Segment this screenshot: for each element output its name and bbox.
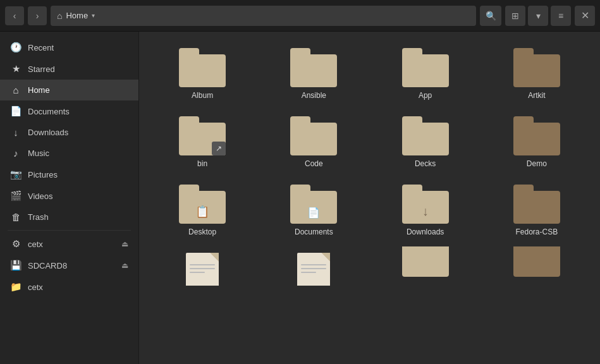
folder-icon-ansible	[290, 48, 337, 87]
file-item-folder3[interactable]	[372, 246, 479, 286]
sidebar-item-starred[interactable]: ★ Starred	[0, 58, 138, 80]
file-item-artkit[interactable]: Artkit	[484, 42, 590, 105]
music-icon: ♪	[10, 148, 21, 159]
forward-button[interactable]: ›	[28, 6, 47, 25]
eject-cetx-icon[interactable]: ⏏	[121, 240, 128, 248]
sidebar-label-sdcard: SDCARD8	[28, 261, 67, 270]
file-label-bin: bin	[197, 159, 207, 168]
folder-icon-app	[402, 48, 449, 87]
file-item-album[interactable]: Album	[149, 42, 255, 105]
trash-icon: 🗑	[10, 212, 21, 222]
location-label: Home	[66, 11, 88, 20]
location-dropdown-icon[interactable]: ▾	[92, 12, 95, 19]
file-label-fedora-csb: Fedora-CSB	[516, 228, 558, 236]
symlink-overlay: ↗	[212, 142, 226, 155]
sidebar-divider-1	[8, 230, 131, 231]
close-button[interactable]: ✕	[575, 6, 595, 26]
recent-icon: 🕐	[10, 42, 21, 53]
sort-button[interactable]: ▾	[528, 6, 548, 26]
file-label-documents-folder: Documents	[295, 228, 333, 236]
file-label-album: Album	[192, 91, 213, 100]
file-item-code[interactable]: Code	[260, 110, 367, 173]
sidebar-item-videos[interactable]: 🎬 Videos	[0, 185, 138, 207]
titlebar: ‹ › ⌂ Home ▾ 🔍 ⊞ ▾ ≡ ✕	[0, 0, 600, 32]
main-container: 🕐 Recent ★ Starred ⌂ Home 📄 Documents ↓ …	[0, 32, 600, 364]
file-label-app: App	[419, 91, 432, 100]
sidebar-label-documents: Documents	[28, 107, 70, 116]
folder-icon-bin: ↗	[179, 116, 226, 155]
folder-icon-fedora-csb	[513, 185, 560, 224]
sidebar-item-sdcard[interactable]: 💾 SDCARD8 ⏏	[0, 255, 138, 276]
pictures-icon: 📷	[10, 169, 21, 180]
grid-view-button[interactable]: ⊞	[505, 6, 525, 26]
sidebar-item-music[interactable]: ♪ Music	[0, 143, 138, 164]
file-label-demo: Demo	[527, 159, 547, 168]
sdcard-icon: 💾	[10, 260, 21, 271]
sidebar-item-documents[interactable]: 📄 Documents	[0, 100, 138, 122]
folder-icon-downloads: ↓	[402, 185, 449, 224]
starred-icon: ★	[10, 63, 21, 75]
file-item-documents[interactable]: 📄 Documents	[260, 178, 367, 241]
file-label-ansible: Ansible	[302, 91, 326, 100]
downloads-icon: ↓	[10, 127, 21, 138]
sidebar-item-pictures[interactable]: 📷 Pictures	[0, 164, 138, 185]
file-label-code: Code	[305, 159, 323, 168]
sidebar-label-music: Music	[28, 149, 49, 158]
cetx-drive-icon: 📁	[10, 281, 21, 293]
folder-icon-artkit	[513, 48, 560, 87]
file-item-decks[interactable]: Decks	[372, 110, 479, 173]
sidebar-label-home: Home	[28, 85, 50, 95]
file-grid: Album Ansible App	[149, 42, 590, 286]
doc-icon-2	[290, 253, 337, 286]
file-item-folder4[interactable]	[484, 246, 590, 286]
folder-icon-code	[290, 116, 337, 155]
home-sidebar-icon: ⌂	[10, 85, 21, 95]
desktop-doc-icon: 📋	[195, 205, 209, 219]
list-view-button[interactable]: ≡	[551, 6, 571, 26]
sidebar-item-trash[interactable]: 🗑 Trash	[0, 207, 138, 228]
folder-icon-desktop: 📋	[179, 185, 226, 224]
folder-icon-3	[402, 253, 449, 277]
file-item-demo[interactable]: Demo	[484, 110, 590, 173]
back-button[interactable]: ‹	[5, 6, 24, 25]
file-item-bin[interactable]: ↗ bin	[149, 110, 255, 173]
videos-icon: 🎬	[10, 190, 21, 202]
sidebar-item-home[interactable]: ⌂ Home	[0, 80, 138, 100]
file-label-desktop: Desktop	[188, 228, 216, 236]
sidebar-label-cetx-drive: cetx	[28, 282, 43, 292]
file-item-ansible[interactable]: Ansible	[260, 42, 367, 105]
downloads-arrow-icon: ↓	[422, 204, 429, 219]
file-area: Album Ansible App	[139, 32, 600, 364]
file-item-doc2[interactable]	[260, 246, 367, 286]
file-item-fedora-csb[interactable]: Fedora-CSB	[484, 178, 590, 241]
sidebar-item-downloads[interactable]: ↓ Downloads	[0, 122, 138, 143]
sidebar-item-recent[interactable]: 🕐 Recent	[0, 37, 138, 58]
doc-icon-1	[179, 253, 226, 286]
documents-doc-icon: 📄	[307, 207, 320, 219]
file-item-app[interactable]: App	[372, 42, 479, 105]
sidebar-label-pictures: Pictures	[28, 170, 58, 179]
sidebar-label-recent: Recent	[28, 43, 54, 52]
file-item-desktop[interactable]: 📋 Desktop	[149, 178, 255, 241]
sidebar-label-starred: Starred	[28, 64, 55, 74]
location-bar: ⌂ Home ▾	[51, 6, 476, 26]
folder-icon-demo	[513, 116, 560, 155]
search-button[interactable]: 🔍	[480, 6, 501, 26]
home-icon: ⌂	[57, 11, 62, 21]
cetx-usb-icon: ⚙	[10, 238, 21, 250]
file-item-downloads[interactable]: ↓ Downloads	[372, 178, 479, 241]
documents-icon: 📄	[10, 106, 21, 117]
sidebar-item-cetx-usb[interactable]: ⚙ cetx ⏏	[0, 233, 138, 255]
folder-icon-4	[513, 253, 560, 277]
sidebar-label-trash: Trash	[28, 212, 49, 222]
sidebar-item-cetx-drive[interactable]: 📁 cetx	[0, 276, 138, 298]
file-label-downloads-folder: Downloads	[407, 228, 444, 236]
folder-icon-documents: 📄	[290, 185, 337, 224]
file-item-doc1[interactable]	[149, 246, 255, 286]
sidebar-label-downloads: Downloads	[28, 128, 68, 137]
sidebar-label-cetx-usb: cetx	[28, 240, 43, 249]
sidebar: 🕐 Recent ★ Starred ⌂ Home 📄 Documents ↓ …	[0, 32, 139, 364]
sidebar-label-videos: Videos	[28, 191, 53, 201]
view-buttons: ⊞ ▾ ≡	[505, 6, 571, 26]
eject-sdcard-icon[interactable]: ⏏	[121, 261, 128, 270]
